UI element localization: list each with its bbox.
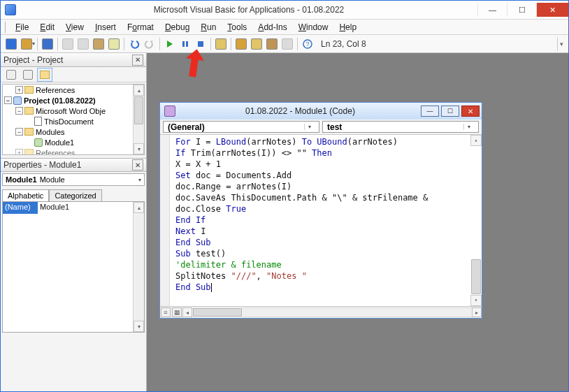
menu-help[interactable]: Help [334,21,361,34]
menu-addins[interactable]: Add-Ins [253,21,291,34]
project-panel-header: Project - Project ✕ [1,53,146,67]
property-name-label: (Name) [3,202,38,214]
toolbar-overflow[interactable]: ▾ [557,37,566,51]
properties-object-combo[interactable]: Module1Module ▾ [2,173,145,186]
menu-format[interactable]: Format [122,21,159,34]
code-window-titlebar[interactable]: 01.08.2022 - Module1 (Code) — ☐ ✕ [160,103,482,119]
tree-node-references[interactable]: +References [3,85,144,95]
object-dropdown[interactable]: (General)▾ [163,121,319,133]
close-button[interactable]: ✕ [536,3,568,17]
menu-insert[interactable]: Insert [90,21,121,34]
menu-run[interactable]: Run [196,21,221,34]
project-panel-close[interactable]: ✕ [132,55,143,66]
menu-grip[interactable] [5,22,8,33]
code-window: 01.08.2022 - Module1 (Code) — ☐ ✕ (Gener… [159,102,482,319]
object-browser-icon[interactable] [264,36,280,52]
properties-window-icon[interactable] [249,36,264,52]
project-scrollbar[interactable]: ▴▾ [133,85,144,154]
menu-debug[interactable]: Debug [160,21,194,34]
mdi-client: 01.08.2022 - Module1 (Code) — ☐ ✕ (Gener… [147,53,568,391]
code-window-statusbar: ≡ ▦ ◂▸ [160,307,482,318]
procedure-view-icon[interactable]: ≡ [161,307,171,317]
properties-tabs: Alphabetic Categorized [2,189,145,201]
project-panel-title: Project - Project [3,55,63,65]
project-toolbar [1,67,146,82]
menu-edit[interactable]: Edit [35,21,59,34]
menu-file[interactable]: File [10,21,34,34]
tab-categorized[interactable]: Categorized [49,189,101,202]
code-window-close[interactable]: ✕ [461,106,480,117]
procedure-dropdown[interactable]: test▾ [322,121,479,133]
menu-tools[interactable]: Tools [222,21,252,34]
code-hscrollbar[interactable]: ◂▸ [182,307,482,317]
svg-text:?: ? [305,41,309,48]
design-mode-icon[interactable] [213,36,229,52]
tree-node-references2[interactable]: +References [3,147,144,155]
minimize-button[interactable]: — [477,3,507,17]
tree-node-modules[interactable]: −Modules [3,126,144,137]
tab-alphabetic[interactable]: Alphabetic [2,189,49,202]
app-titlebar: Microsoft Visual Basic for Applications … [1,1,568,20]
save-icon[interactable] [40,36,55,52]
code-window-maximize[interactable]: ☐ [441,106,459,117]
maximize-button[interactable]: ☐ [507,3,536,17]
toggle-folders-icon[interactable] [37,68,52,82]
toolbox-icon[interactable] [280,36,295,52]
svg-rect-1 [186,41,188,47]
code-gutter [160,135,170,306]
tree-node-module1[interactable]: Module1 [3,137,144,147]
properties-panel-close[interactable]: ✕ [132,159,143,170]
menu-bar: File Edit View Insert Format Debug Run T… [1,20,568,35]
menu-window[interactable]: Window [294,21,333,34]
standard-toolbar: ▾ ? Ln 23, Col 8 ▾ [1,35,568,53]
project-explorer-icon[interactable] [233,36,249,52]
undo-icon[interactable] [127,36,142,52]
svg-rect-2 [198,41,203,47]
cut-icon[interactable] [60,36,75,52]
view-object-icon[interactable] [20,68,36,82]
menu-view[interactable]: View [61,21,89,34]
find-icon[interactable] [106,36,122,52]
properties-grid[interactable]: (Name) Module1 ▴▾ [2,201,145,333]
tree-node-word-objects[interactable]: −Microsoft Word Obje [3,106,144,116]
code-window-title: 01.08.2022 - Module1 (Code) [180,106,421,116]
copy-icon[interactable] [75,36,91,52]
properties-scrollbar[interactable]: ▴▾ [133,202,144,332]
properties-panel-header: Properties - Module1 ✕ [1,158,146,172]
code-editor[interactable]: For I = LBound(arrNotes) To UBound(arrNo… [160,135,482,307]
word-icon[interactable] [3,36,19,52]
code-vscrollbar[interactable]: ▴▾ [470,135,482,306]
property-name-value[interactable]: Module1 [38,202,144,214]
view-code-icon[interactable] [3,68,19,82]
svg-rect-0 [182,41,185,47]
module-icon [164,106,175,117]
property-row-name[interactable]: (Name) Module1 [3,202,144,214]
app-icon [5,4,16,15]
app-title: Microsoft Visual Basic for Applications … [20,5,477,15]
help-icon[interactable]: ? [300,36,315,52]
code-window-minimize[interactable]: — [421,106,439,117]
run-icon[interactable] [162,36,178,52]
cursor-position: Ln 23, Col 8 [321,39,366,49]
tree-node-project[interactable]: −Project (01.08.2022) [3,95,144,106]
tree-node-thisdocument[interactable]: ThisDocument [3,116,144,126]
project-tree[interactable]: +References −Project (01.08.2022) −Micro… [2,84,145,155]
full-module-view-icon[interactable]: ▦ [172,307,182,317]
redo-icon[interactable] [142,36,157,52]
properties-panel-title: Properties - Module1 [3,160,81,170]
text-caret [211,283,212,292]
paste-icon[interactable] [91,36,106,52]
